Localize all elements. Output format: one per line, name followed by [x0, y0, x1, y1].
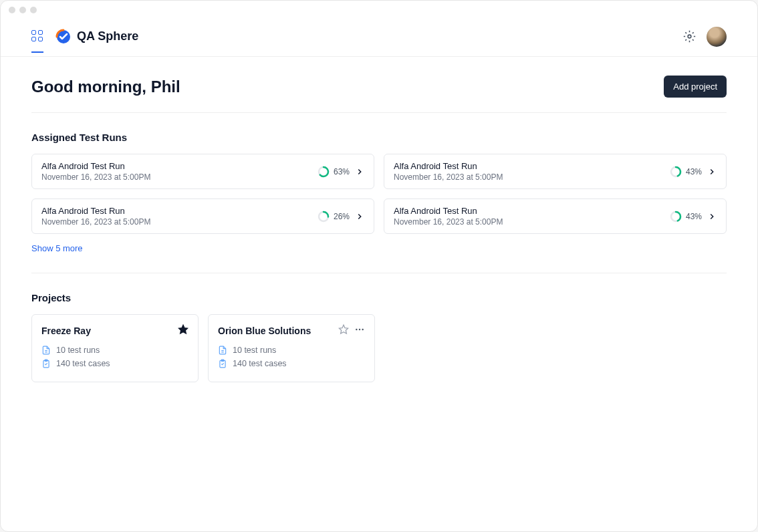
run-info: Alfa Android Test Run November 16, 2023 …	[394, 206, 670, 227]
project-cases-text: 140 test cases	[233, 359, 287, 368]
top-navigation: QA Sphere	[1, 19, 757, 57]
project-runs-text: 10 test runs	[56, 346, 100, 355]
project-name: Freeze Ray	[41, 325, 178, 336]
project-runs-stat: 10 test runs	[41, 346, 188, 355]
project-card[interactable]: Orion Blue Solutions 10 test runs 140 te…	[208, 314, 375, 382]
projects-section: Projects Freeze Ray 10 test runs 140 tes…	[31, 292, 727, 382]
star-button[interactable]	[178, 324, 188, 338]
chevron-right-icon	[355, 212, 364, 221]
clipboard-icon	[218, 359, 227, 368]
run-progress-percent: 26%	[334, 212, 350, 221]
document-icon	[41, 346, 51, 355]
svg-point-17	[359, 329, 360, 330]
test-run-card[interactable]: Alfa Android Test Run November 16, 2023 …	[31, 198, 374, 234]
project-cases-stat: 140 test cases	[41, 359, 188, 368]
add-project-button[interactable]: Add project	[664, 76, 727, 98]
test-run-card[interactable]: Alfa Android Test Run November 16, 2023 …	[384, 198, 727, 234]
settings-button[interactable]	[677, 25, 701, 49]
progress-ring-icon	[670, 211, 682, 223]
run-date: November 16, 2023 at 5:00PM	[394, 172, 670, 182]
ellipsis-icon	[354, 324, 365, 335]
project-card[interactable]: Freeze Ray 10 test runs 140 test cases	[31, 314, 199, 382]
progress-ring-icon	[670, 166, 682, 178]
run-progress-percent: 43%	[686, 212, 702, 221]
brand-name: QA Sphere	[77, 29, 138, 43]
project-more-button[interactable]	[354, 324, 365, 338]
run-date: November 16, 2023 at 5:00PM	[394, 217, 670, 227]
progress-ring-icon	[318, 211, 330, 223]
chevron-right-icon	[355, 167, 364, 176]
project-name: Orion Blue Solutions	[218, 325, 338, 336]
svg-point-1	[688, 35, 691, 38]
run-info: Alfa Android Test Run November 16, 2023 …	[41, 161, 318, 182]
run-progress-percent: 63%	[334, 167, 350, 176]
project-cases-text: 140 test cases	[56, 359, 110, 368]
run-name: Alfa Android Test Run	[41, 206, 318, 216]
run-name: Alfa Android Test Run	[41, 161, 318, 171]
run-name: Alfa Android Test Run	[394, 206, 670, 216]
apps-icon[interactable]	[31, 30, 43, 53]
run-name: Alfa Android Test Run	[394, 161, 670, 171]
project-cases-stat: 140 test cases	[218, 359, 365, 368]
traffic-light-close[interactable]	[9, 7, 15, 13]
star-icon	[338, 324, 349, 335]
test-run-card[interactable]: Alfa Android Test Run November 16, 2023 …	[31, 154, 374, 189]
chevron-right-icon	[707, 212, 717, 221]
run-progress-percent: 43%	[686, 167, 702, 176]
gear-icon	[683, 30, 696, 43]
svg-marker-10	[178, 325, 187, 334]
run-date: November 16, 2023 at 5:00PM	[41, 172, 318, 182]
star-icon	[178, 324, 188, 335]
chevron-right-icon	[707, 167, 717, 176]
show-more-link[interactable]: Show 5 more	[31, 243, 83, 253]
page-title: Good morning, Phil	[31, 78, 180, 96]
assigned-test-runs-section: Assigned Test Runs Alfa Android Test Run…	[31, 132, 727, 254]
svg-point-16	[356, 329, 357, 330]
section-title-projects: Projects	[31, 292, 727, 303]
section-divider	[31, 273, 727, 273]
star-button[interactable]	[338, 324, 349, 338]
clipboard-icon	[41, 359, 51, 368]
svg-point-18	[362, 329, 363, 330]
run-info: Alfa Android Test Run November 16, 2023 …	[394, 161, 670, 182]
test-run-card[interactable]: Alfa Android Test Run November 16, 2023 …	[384, 154, 727, 189]
user-avatar[interactable]	[707, 27, 727, 47]
project-runs-stat: 10 test runs	[218, 346, 365, 355]
window-titlebar	[1, 1, 757, 19]
svg-marker-15	[339, 325, 348, 334]
logo-icon	[55, 29, 72, 45]
progress-ring-icon	[318, 166, 330, 178]
traffic-light-minimize[interactable]	[19, 7, 26, 13]
section-title-runs: Assigned Test Runs	[31, 132, 727, 143]
run-date: November 16, 2023 at 5:00PM	[41, 217, 318, 227]
brand-logo[interactable]: QA Sphere	[55, 29, 138, 54]
document-icon	[218, 346, 227, 355]
project-runs-text: 10 test runs	[233, 346, 276, 355]
page-header: Good morning, Phil Add project	[31, 76, 727, 113]
traffic-light-maximize[interactable]	[30, 7, 37, 13]
run-info: Alfa Android Test Run November 16, 2023 …	[41, 206, 318, 227]
